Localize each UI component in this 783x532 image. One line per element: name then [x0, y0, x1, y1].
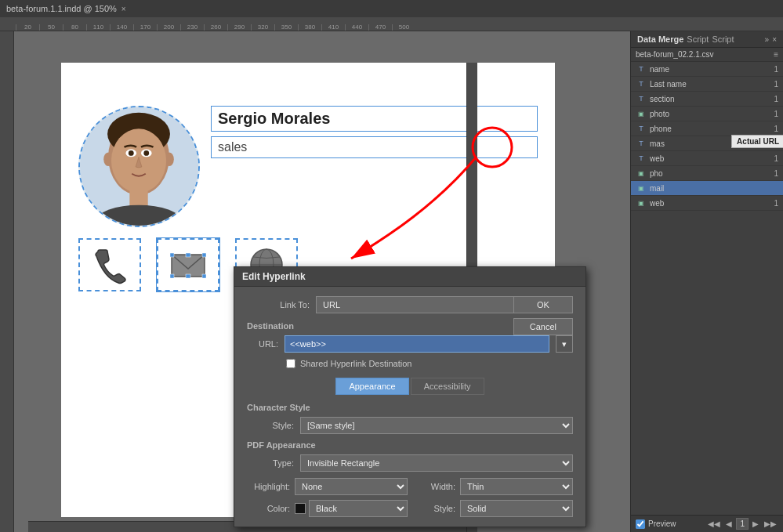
dm-field-photo[interactable]: ▣ photo 1: [631, 107, 783, 121]
width-label: Width:: [412, 482, 455, 491]
vertical-ruler: [0, 31, 14, 532]
first-page-button[interactable]: ◀◀: [706, 519, 722, 528]
dm-field-section[interactable]: T section 1: [631, 92, 783, 107]
svg-rect-18: [202, 274, 206, 278]
last-page-button[interactable]: ▶▶: [763, 519, 778, 528]
top-bar: beta-forum.1.1.indd @ 150% ×: [0, 0, 783, 17]
text-field-icon: T: [636, 123, 647, 134]
profile-name: Sergio Morales: [211, 106, 538, 132]
url-dropdown-button[interactable]: ▾: [556, 335, 573, 353]
prev-page-button[interactable]: ◀: [724, 519, 734, 528]
style-pdf-label: Style:: [412, 504, 455, 513]
highlight-select[interactable]: None: [295, 478, 408, 495]
canvas-area[interactable]: Sergio Morales sales: [14, 31, 630, 532]
profile-mail-icon-box[interactable]: [157, 238, 219, 291]
type-label: Type:: [247, 458, 294, 468]
actual-url-annotation: Actual URL: [731, 135, 783, 148]
type-select[interactable]: Invisible Rectangle: [300, 454, 573, 472]
ruler-mark: 110: [86, 24, 110, 31]
ruler-mark: 440: [345, 24, 368, 31]
dm-field-name[interactable]: T name 1: [631, 62, 783, 77]
width-row: Width: Thin: [412, 478, 573, 495]
svg-rect-16: [202, 253, 206, 257]
ruler-marks: 20 50 80 110 140 170 200 230 260 290 320…: [0, 17, 783, 31]
panel-tab-data-merge[interactable]: Data Merge: [637, 34, 683, 44]
dm-field-web-text[interactable]: T web 1: [631, 151, 783, 166]
dm-field-pho[interactable]: ▣ pho 1: [631, 166, 783, 181]
dm-file-options-button[interactable]: ≡: [774, 50, 778, 59]
highlight-label: Highlight:: [247, 482, 290, 491]
ruler-mark: 290: [227, 24, 251, 31]
ruler-mark: 320: [251, 24, 274, 31]
text-field-icon: T: [636, 78, 647, 89]
character-style-label: Character Style: [247, 403, 573, 412]
edit-hyperlink-dialog: Edit Hyperlink OK Cancel Link To: URL: [234, 266, 586, 527]
dm-field-web-image[interactable]: ▣ web 1: [631, 196, 783, 211]
svg-rect-19: [186, 274, 190, 278]
ruler-mark: 200: [157, 24, 180, 31]
svg-point-9: [143, 150, 149, 156]
text-field-icon: T: [636, 63, 647, 74]
color-select[interactable]: Black: [309, 500, 408, 517]
url-label: URL:: [247, 339, 278, 349]
ok-button[interactable]: OK: [513, 296, 573, 313]
profile-phone-icon-box: [78, 238, 141, 291]
dialog-title: Edit Hyperlink: [234, 267, 585, 287]
profile-title: sales: [211, 136, 538, 158]
profile-photo-frame: [78, 106, 200, 227]
shared-hyperlink-checkbox[interactable]: [286, 359, 295, 368]
preview-nav: ◀◀ ◀ 1 ▶ ▶▶: [706, 518, 778, 530]
link-to-label: Link To:: [247, 300, 310, 309]
style-row: Style: [Same style]: [247, 417, 573, 434]
panel-header: Data Merge Script Script » ×: [631, 31, 783, 48]
ruler-mark: 170: [133, 24, 157, 31]
profile-photo-svg: [80, 107, 198, 226]
ruler-mark: 380: [298, 24, 321, 31]
color-row: Color: Black: [247, 500, 408, 517]
next-page-button[interactable]: ▶: [751, 519, 760, 528]
close-tab-button[interactable]: ×: [121, 5, 126, 13]
main-area: Sergio Morales sales: [0, 31, 783, 532]
ruler-mark: 20: [16, 24, 39, 31]
tab-accessibility[interactable]: Accessibility: [411, 378, 484, 395]
ruler-mark: 470: [368, 24, 392, 31]
dm-field-last-name[interactable]: T Last name 1: [631, 77, 783, 92]
image-field-icon: ▣: [636, 108, 647, 119]
ruler-mark: 410: [321, 24, 345, 31]
ruler-mark: 260: [204, 24, 227, 31]
ruler-mark: 230: [180, 24, 204, 31]
width-select[interactable]: Thin: [460, 478, 573, 495]
style-pdf-row: Style: Solid: [412, 500, 573, 517]
dm-field-mail[interactable]: ▣ mail: [631, 181, 783, 196]
style-pdf-select[interactable]: Solid: [460, 500, 573, 517]
panel-tab-script1[interactable]: Script: [687, 34, 709, 44]
ruler-mark: 350: [274, 24, 298, 31]
panel-actions: » ×: [765, 35, 777, 44]
profile-text: Sergio Morales sales: [211, 106, 538, 158]
horizontal-ruler: 20 50 80 110 140 170 200 230 260 290 320…: [0, 17, 783, 31]
shared-hyperlink-label: Shared Hyperlink Destination: [300, 359, 411, 368]
svg-rect-17: [170, 274, 174, 278]
preview-checkbox[interactable]: [636, 519, 645, 529]
text-field-icon: T: [636, 93, 647, 104]
svg-point-8: [129, 150, 134, 156]
window-title: beta-forum.1.1.indd @ 150%: [6, 4, 117, 13]
ruler-mark: 80: [63, 24, 86, 31]
image-field-icon: ▣: [636, 197, 647, 208]
highlight-row: Highlight: None: [247, 478, 408, 495]
color-label: Color:: [247, 504, 290, 513]
dm-field-mas[interactable]: T mas Actual URL: [631, 136, 783, 151]
ruler-mark: 500: [392, 24, 415, 31]
panel-close-button[interactable]: ×: [772, 35, 777, 44]
panel-tab-script2[interactable]: Script: [712, 34, 734, 44]
right-panel: Data Merge Script Script » × beta-forum_…: [630, 31, 783, 532]
fields-container: T name 1 T Last name 1 T section 1: [631, 62, 783, 211]
panel-more-button[interactable]: »: [765, 35, 770, 44]
phone-icon-svg: [90, 245, 129, 284]
style-label: Style:: [247, 421, 294, 430]
tab-appearance[interactable]: Appearance: [335, 378, 408, 395]
style-select[interactable]: [Same style]: [300, 417, 573, 434]
shared-hyperlink-row: Shared Hyperlink Destination: [286, 359, 573, 368]
cancel-button[interactable]: Cancel: [513, 318, 573, 335]
url-input[interactable]: [285, 335, 549, 353]
